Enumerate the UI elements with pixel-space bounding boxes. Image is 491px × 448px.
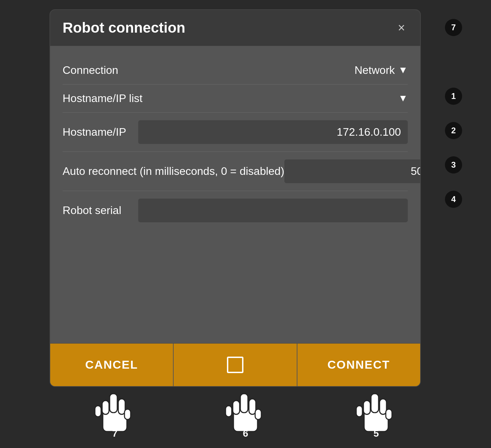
- scan-icon: [227, 357, 243, 373]
- svg-rect-5: [124, 409, 131, 419]
- connection-value: Network: [354, 64, 395, 77]
- chevron-down-icon: ▼: [398, 65, 408, 76]
- hand-right: 5: [311, 390, 441, 439]
- svg-rect-4: [95, 406, 101, 417]
- hostname-ip-row: Hostname/IP: [63, 113, 408, 152]
- hand-right-number: 5: [373, 428, 379, 439]
- svg-rect-1: [110, 394, 117, 413]
- dialog-title: Robot connection: [63, 20, 185, 36]
- svg-rect-13: [371, 394, 379, 413]
- hand-left: 7: [50, 390, 180, 439]
- connection-label: Connection: [63, 64, 138, 77]
- svg-rect-9: [233, 401, 240, 414]
- auto-reconnect-label: Auto reconnect (in milliseconds, 0 = dis…: [63, 165, 284, 178]
- scan-button[interactable]: [174, 344, 297, 386]
- hostname-list-row: Hostname/IP list ▼: [63, 85, 408, 113]
- svg-rect-10: [226, 406, 232, 417]
- svg-rect-11: [255, 409, 261, 419]
- connection-row: Connection Network ▼: [63, 56, 408, 85]
- badge-1: 1: [445, 88, 462, 105]
- robot-serial-label: Robot serial: [63, 204, 138, 217]
- dialog: Robot connection × Connection Network ▼ …: [50, 9, 421, 387]
- dialog-footer: CANCEL CONNECT: [50, 343, 420, 386]
- robot-serial-row: Robot serial: [63, 191, 408, 230]
- auto-reconnect-input[interactable]: [284, 159, 421, 183]
- svg-rect-15: [363, 401, 370, 414]
- robot-serial-input[interactable]: [138, 199, 408, 222]
- dialog-body: Connection Network ▼ Hostname/IP list ▼ …: [50, 46, 420, 240]
- close-button[interactable]: ×: [395, 20, 408, 35]
- hand-middle-number: 6: [243, 428, 248, 439]
- svg-rect-3: [102, 401, 109, 414]
- badge-7-header: 7: [445, 19, 462, 36]
- connection-dropdown[interactable]: Network ▼: [354, 64, 408, 77]
- hostname-list-label: Hostname/IP list: [63, 92, 142, 105]
- spacer: [50, 240, 420, 343]
- hostname-ip-input[interactable]: [138, 120, 408, 144]
- svg-rect-16: [356, 406, 362, 417]
- svg-rect-17: [386, 409, 392, 419]
- hostname-list-dropdown-icon[interactable]: ▼: [398, 93, 408, 104]
- hands-row: 7 6: [50, 387, 441, 439]
- dialog-header: Robot connection ×: [50, 10, 420, 46]
- badge-3: 3: [445, 156, 462, 173]
- svg-rect-7: [240, 394, 248, 413]
- hand-middle: 6: [180, 390, 311, 439]
- hand-left-number: 7: [112, 428, 118, 439]
- outer-wrapper: 7 1 2 3 4 Robot connection × Connection …: [50, 9, 441, 439]
- cancel-button[interactable]: CANCEL: [50, 344, 174, 386]
- badge-4: 4: [445, 191, 462, 208]
- auto-reconnect-row: Auto reconnect (in milliseconds, 0 = dis…: [63, 152, 408, 191]
- connect-button[interactable]: CONNECT: [297, 344, 420, 386]
- dialog-container: Robot connection × Connection Network ▼ …: [50, 9, 421, 387]
- hostname-ip-label: Hostname/IP: [63, 126, 138, 138]
- badge-2: 2: [445, 122, 462, 139]
